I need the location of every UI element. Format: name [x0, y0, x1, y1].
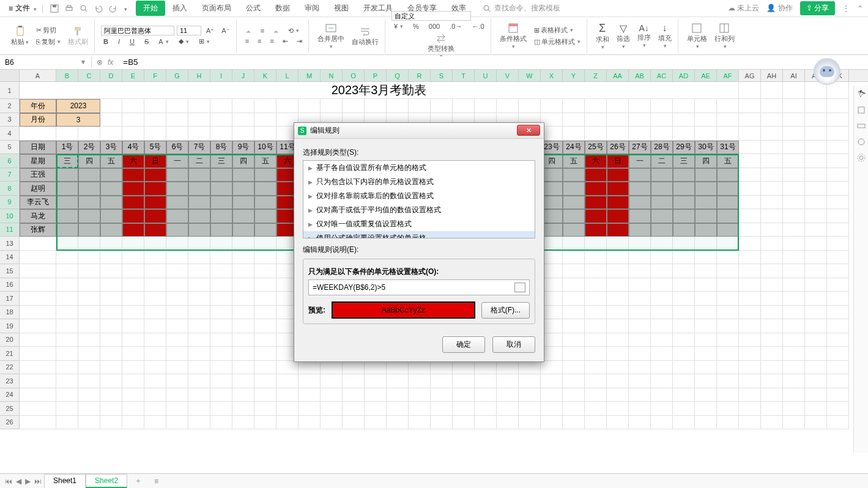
align-bottom-icon[interactable]: ⫠	[270, 26, 282, 35]
format-button[interactable]: 格式(F)...	[481, 302, 530, 319]
cell[interactable]	[695, 209, 717, 223]
cell[interactable]	[56, 278, 78, 292]
cell[interactable]	[629, 278, 651, 292]
row-header-20[interactable]: 20	[0, 333, 20, 347]
cell[interactable]	[827, 374, 849, 388]
cell[interactable]	[100, 388, 122, 402]
cell[interactable]	[563, 347, 585, 361]
cell[interactable]	[100, 402, 122, 416]
cell[interactable]	[563, 278, 585, 292]
rowscols-button[interactable]: 行和列	[712, 21, 737, 51]
cell[interactable]	[122, 99, 144, 113]
row-header-13[interactable]: 13	[0, 237, 20, 251]
cell[interactable]	[607, 333, 629, 347]
row-header-26[interactable]: 26	[0, 416, 20, 430]
cell[interactable]	[739, 292, 761, 306]
cell[interactable]	[761, 168, 783, 182]
cell[interactable]	[805, 347, 827, 361]
cell[interactable]	[563, 209, 585, 223]
cell[interactable]	[673, 168, 695, 182]
cell[interactable]	[431, 388, 453, 402]
cell[interactable]	[144, 99, 166, 113]
cell[interactable]	[717, 237, 739, 251]
orientation-icon[interactable]: ⟲	[286, 26, 302, 35]
col-header-I[interactable]: I	[210, 70, 232, 81]
more-icon[interactable]: ⋮	[842, 4, 850, 13]
cell[interactable]	[695, 388, 717, 402]
sum-button[interactable]: Σ求和	[593, 21, 612, 51]
cell[interactable]	[717, 292, 739, 306]
cell[interactable]	[188, 264, 210, 278]
cell[interactable]	[166, 237, 188, 251]
cell[interactable]	[188, 99, 210, 113]
cell[interactable]	[827, 196, 849, 210]
cell[interactable]	[210, 278, 232, 292]
cell[interactable]	[739, 237, 761, 251]
cell[interactable]	[497, 374, 519, 388]
cell[interactable]	[585, 223, 607, 237]
cell[interactable]	[144, 113, 166, 127]
rule-type-item[interactable]: 仅对排名靠前或靠后的数值设置格式	[303, 189, 535, 203]
row-header-24[interactable]: 24	[0, 388, 20, 402]
cell[interactable]	[805, 306, 827, 320]
cell[interactable]	[607, 388, 629, 402]
cell[interactable]	[122, 223, 144, 237]
cell[interactable]	[607, 182, 629, 196]
cell[interactable]: 28号	[651, 141, 673, 155]
cell[interactable]	[254, 278, 276, 292]
cell[interactable]	[827, 264, 849, 278]
cell[interactable]	[276, 374, 299, 388]
cell[interactable]	[519, 402, 541, 416]
cell[interactable]	[144, 292, 166, 306]
cell[interactable]	[519, 374, 541, 388]
cell[interactable]	[761, 319, 783, 333]
print-icon[interactable]	[64, 4, 74, 13]
cell[interactable]	[431, 374, 453, 388]
cell[interactable]: 一	[166, 154, 188, 168]
cancel-fx-icon[interactable]: ⊗	[97, 58, 103, 67]
cell[interactable]	[585, 292, 607, 306]
cell[interactable]	[563, 333, 585, 347]
cell[interactable]	[563, 361, 585, 375]
cell[interactable]	[805, 402, 827, 416]
cell[interactable]	[453, 402, 475, 416]
cell[interactable]	[651, 223, 673, 237]
cell[interactable]	[629, 292, 651, 306]
row-header-16[interactable]: 16	[0, 278, 20, 292]
cell[interactable]	[144, 251, 166, 265]
cell[interactable]	[254, 388, 276, 402]
sort-button[interactable]: A↓排序	[635, 22, 653, 50]
cell[interactable]	[585, 361, 607, 375]
cell[interactable]	[585, 347, 607, 361]
conditional-format-button[interactable]: 条件格式	[497, 21, 529, 51]
cell[interactable]	[629, 361, 651, 375]
cell[interactable]	[166, 306, 188, 320]
cell[interactable]	[563, 416, 585, 430]
cell[interactable]	[56, 388, 78, 402]
cell[interactable]	[761, 333, 783, 347]
cell[interactable]	[585, 127, 607, 141]
cell[interactable]	[585, 333, 607, 347]
cell[interactable]	[827, 127, 849, 141]
fill-button[interactable]: ↓填充	[656, 21, 674, 50]
cell[interactable]: 星期	[20, 154, 56, 168]
cell[interactable]: 5号	[144, 141, 166, 155]
cell[interactable]	[122, 237, 144, 251]
cell[interactable]	[761, 402, 783, 416]
cell[interactable]	[122, 361, 144, 375]
cell[interactable]	[276, 416, 299, 430]
cell[interactable]	[827, 402, 849, 416]
cell[interactable]	[827, 347, 849, 361]
cell[interactable]	[475, 416, 497, 430]
cell[interactable]	[761, 388, 783, 402]
cell[interactable]	[761, 278, 783, 292]
style-icon[interactable]	[856, 121, 866, 131]
align-middle-icon[interactable]: ≡	[258, 26, 267, 35]
cell[interactable]	[78, 182, 100, 196]
cell[interactable]	[673, 99, 695, 113]
cell[interactable]	[629, 127, 651, 141]
cell[interactable]	[232, 306, 254, 320]
cell[interactable]	[541, 388, 563, 402]
cell[interactable]	[497, 388, 519, 402]
cell[interactable]	[695, 361, 717, 375]
